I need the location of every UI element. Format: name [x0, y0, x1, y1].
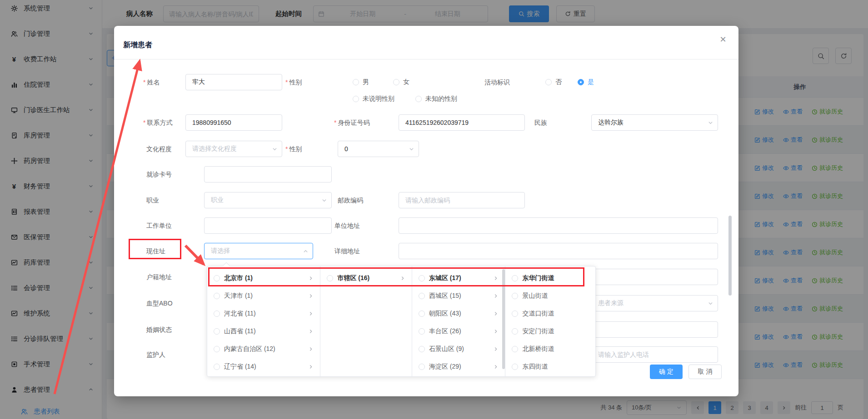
- chevron-down-icon: [708, 120, 713, 126]
- radio-icon: [419, 364, 425, 370]
- radio-icon: [415, 96, 422, 102]
- cascader-option[interactable]: 河北省 (11): [207, 305, 320, 322]
- radio-icon: [214, 275, 220, 281]
- work-unit-input[interactable]: [205, 218, 331, 233]
- chevron-right-icon: [308, 346, 314, 352]
- cascader-option[interactable]: 山西省 (11): [207, 322, 320, 340]
- cascader-option[interactable]: 朝阳区 (43): [412, 305, 505, 322]
- cascader-option[interactable]: 内蒙古自治区 (12): [207, 340, 320, 358]
- chevron-right-icon: [493, 346, 499, 352]
- chevron-right-icon: [493, 293, 499, 299]
- contact-label: *联系方式: [143, 114, 172, 131]
- address-cascader-dropdown: 北京市 (1)天津市 (1)河北省 (11)山西省 (11)内蒙古自治区 (12…: [207, 266, 596, 377]
- cascader-option[interactable]: 交道口街道: [505, 305, 595, 322]
- postal-code-input-box: [399, 192, 525, 208]
- occupation-label: 职业: [146, 192, 159, 208]
- gender-radio-unknown[interactable]: 未知的性别: [415, 93, 457, 105]
- guardian-phone-input-box: [591, 346, 718, 363]
- detail-address-input-box: [399, 243, 718, 259]
- radio-icon: [512, 293, 518, 299]
- cascader-column: 东城区 (17)西城区 (15)朝阳区 (43)丰台区 (26)石景山区 (9)…: [412, 266, 505, 376]
- cascader-option[interactable]: 东四街道: [505, 358, 595, 375]
- unit-address-label: 单位地址: [334, 217, 360, 234]
- guardian-phone-input[interactable]: [592, 347, 718, 362]
- current-address-cascader[interactable]: 请选择: [204, 243, 313, 259]
- cascader-column: 东华门街道景山街道交道口街道安定门街道北新桥街道东四街道: [505, 266, 595, 376]
- radio-icon: [214, 293, 220, 299]
- education-label: 文化程度: [146, 141, 172, 157]
- name-input[interactable]: [186, 74, 282, 90]
- id-number-input-box: [399, 114, 525, 131]
- chevron-right-icon: [400, 276, 405, 281]
- registered-address-label: 户籍地址: [146, 269, 172, 285]
- ethnicity-label: 民族: [534, 114, 547, 131]
- work-unit-input-box: [204, 217, 332, 234]
- current-address-label: 现住址: [146, 243, 165, 259]
- postal-code-input[interactable]: [399, 192, 524, 208]
- modal-title: 新增患者: [123, 40, 152, 50]
- gender-code-select[interactable]: 0: [338, 141, 419, 157]
- cascader-option[interactable]: 北京市 (1): [207, 269, 320, 287]
- patient-source-select[interactable]: 患者来源: [591, 295, 718, 311]
- radio-icon: [512, 346, 518, 352]
- radio-icon: [327, 275, 333, 281]
- cascader-option[interactable]: 东华门街道: [505, 269, 595, 287]
- chevron-down-icon: [708, 301, 713, 306]
- chevron-right-icon: [493, 329, 499, 334]
- blood-type-label: 血型ABO: [146, 295, 173, 311]
- work-unit-label: 工作单位: [146, 217, 172, 234]
- detail-address-input[interactable]: [399, 243, 718, 259]
- cascader-option[interactable]: 西城区 (15): [412, 287, 505, 305]
- gender-radio-female[interactable]: 女: [393, 74, 409, 90]
- card-no-label: 就诊卡号: [146, 166, 172, 182]
- cascader-option[interactable]: 丰台区 (26): [412, 322, 505, 340]
- radio-selected-icon: [578, 79, 584, 85]
- app-screen: 系统管理门诊管理¥收费工作站住院管理门诊医生工作站库房管理药房管理¥财务管理报表…: [0, 0, 868, 419]
- cascader-option[interactable]: 海淀区 (29): [412, 358, 505, 375]
- cascader-option[interactable]: 北新桥街道: [505, 340, 595, 358]
- cascader-option[interactable]: 东城区 (17): [412, 269, 505, 287]
- occupation-select[interactable]: 职业: [204, 192, 332, 208]
- chevron-up-icon: [303, 248, 309, 254]
- unit-address-input[interactable]: [399, 218, 718, 233]
- active-flag-label: 活动标识: [484, 74, 510, 90]
- radio-icon: [512, 364, 518, 370]
- gender-radio-male[interactable]: 男: [353, 74, 369, 90]
- radio-icon: [545, 79, 552, 85]
- modal-scrollbar[interactable]: [728, 216, 732, 296]
- name-input-box: [185, 74, 282, 90]
- cascader-option[interactable]: 安定门街道: [505, 322, 595, 340]
- radio-icon: [214, 346, 220, 352]
- gender-code-label: *性别: [285, 141, 302, 157]
- radio-icon: [419, 346, 425, 352]
- education-select[interactable]: 请选择文化程度: [185, 141, 282, 157]
- cascader-option[interactable]: 辽宁省 (14): [207, 358, 320, 375]
- card-no-input[interactable]: [205, 167, 331, 182]
- confirm-button[interactable]: 确 定: [650, 365, 683, 379]
- active-flag-radio-no[interactable]: 否: [545, 74, 562, 90]
- cascader-scrollbar[interactable]: [502, 269, 505, 369]
- chevron-down-icon: [409, 146, 414, 152]
- contact-input[interactable]: [186, 115, 282, 130]
- cascader-option[interactable]: 景山街道: [505, 287, 595, 305]
- ethnicity-select[interactable]: 达斡尔族: [591, 114, 718, 131]
- radio-icon: [512, 328, 518, 335]
- marital-status-label: 婚姻状态: [146, 321, 172, 338]
- radio-icon: [419, 328, 425, 335]
- radio-icon: [214, 311, 220, 317]
- cascader-option[interactable]: 天津市 (1): [207, 287, 320, 305]
- id-number-input[interactable]: [399, 115, 524, 130]
- radio-icon: [419, 293, 425, 299]
- cascader-option[interactable]: 石景山区 (9): [412, 340, 505, 358]
- close-icon[interactable]: ✕: [717, 33, 729, 46]
- radio-icon: [393, 79, 399, 85]
- card-no-input-box: [204, 166, 332, 182]
- radio-icon: [353, 79, 359, 85]
- radio-icon: [353, 96, 359, 102]
- active-flag-radio-yes[interactable]: 是: [578, 74, 594, 90]
- guardian-label: 监护人: [146, 346, 165, 363]
- cancel-button[interactable]: 取 消: [688, 365, 722, 379]
- cascader-option[interactable]: 市辖区 (16): [320, 269, 412, 287]
- chevron-down-icon: [321, 197, 327, 203]
- gender-radio-unstated[interactable]: 未说明性别: [353, 93, 394, 105]
